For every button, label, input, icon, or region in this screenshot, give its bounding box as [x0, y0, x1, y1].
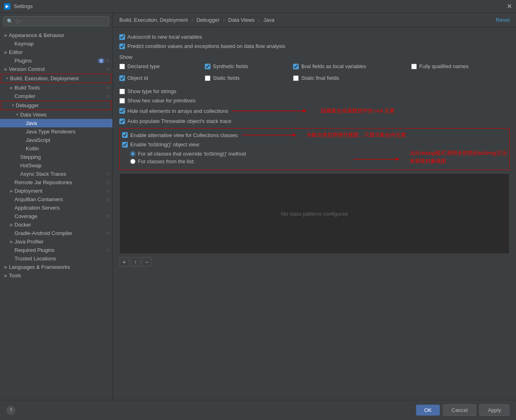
autoscroll-label[interactable]: Autoscroll to new local variables [127, 34, 202, 40]
synthetic-fields-checkbox[interactable] [205, 64, 210, 69]
sidebar-item-required-plugins[interactable]: Required Plugins ⧉ [0, 246, 112, 254]
declared-type-checkbox[interactable] [119, 64, 125, 69]
sidebar-item-label: Application Servers [15, 205, 109, 211]
sidebar-item-gradle-android[interactable]: Gradle-Android Compiler ⧉ [0, 229, 112, 237]
sidebar-item-label: HotSwap [20, 162, 109, 168]
sval-fields-checkbox[interactable] [293, 64, 299, 69]
breadcrumb-item: Data Views [228, 17, 255, 23]
sval-fields-row: $val fields as local variables [293, 63, 407, 69]
sidebar-item-label: Java [26, 120, 109, 126]
auto-populate-label[interactable]: Auto populate Throwable object's stack t… [127, 118, 231, 124]
enable-alt-view-checkbox[interactable] [122, 132, 128, 138]
static-fields-checkbox[interactable] [205, 75, 210, 81]
hide-null-label[interactable]: Hide null elements in arrays and collect… [127, 108, 228, 114]
sidebar-item-label: Docker [15, 222, 109, 228]
sidebar-item-keymap[interactable]: Keymap [0, 40, 112, 48]
enable-tostring-checkbox[interactable] [122, 142, 128, 148]
sidebar-item-app-servers[interactable]: Application Servers [0, 204, 112, 212]
add-pattern-button[interactable]: + [119, 257, 129, 267]
static-final-fields-checkbox[interactable] [293, 75, 299, 81]
sidebar-item-java[interactable]: Java [0, 119, 112, 127]
expand-arrow: ▶ [3, 50, 9, 54]
sidebar-item-trusted-locations[interactable]: Trusted Locations [0, 254, 112, 263]
copy-icon: ⧉ [106, 171, 109, 177]
sidebar: 🔍 ▶ Appearance & Behavior Keymap ▶ Edito… [0, 13, 113, 400]
sidebar-item-label: Stepping [20, 154, 109, 160]
sidebar-item-compiler[interactable]: Compiler ⧉ [0, 92, 112, 100]
sidebar-item-appearance[interactable]: ▶ Appearance & Behavior [0, 31, 112, 40]
sidebar-item-label: Coverage [15, 213, 104, 219]
for-all-classes-radio[interactable] [130, 151, 135, 156]
enable-alt-view-label[interactable]: Enable alternative view for Collections … [130, 132, 238, 138]
enable-tostring-row: Enable 'toString()' object view: [122, 141, 200, 148]
sidebar-item-kotlin[interactable]: Kotlin [0, 144, 112, 153]
search-box[interactable]: 🔍 [3, 16, 109, 26]
ok-button[interactable]: OK [416, 405, 440, 416]
hide-null-checkbox[interactable] [119, 108, 125, 114]
static-fields-label[interactable]: Static fields [213, 75, 239, 81]
search-input[interactable] [15, 18, 106, 24]
sidebar-item-docker[interactable]: ▶ Docker [0, 220, 112, 229]
sidebar-item-build-exec-deploy[interactable]: ▼ Build, Execution, Deployment [1, 74, 112, 83]
for-all-classes-label[interactable]: For all classes that override 'toString(… [138, 151, 246, 157]
sidebar-item-label: Version Control [9, 66, 104, 72]
hide-null-row: Hide null elements in arrays and collect… [119, 108, 228, 114]
breadcrumb-separator: › [258, 17, 261, 23]
help-button[interactable]: ? [6, 406, 15, 415]
sidebar-item-label: Required Plugins [15, 247, 104, 253]
sidebar-item-debugger[interactable]: ▼ Debugger [1, 101, 112, 110]
sidebar-item-languages-frameworks[interactable]: ▶ Languages & Frameworks [0, 263, 112, 271]
show-type-strings-label[interactable]: Show type for strings [127, 88, 176, 94]
synthetic-fields-label[interactable]: Synthetic fields [213, 63, 248, 69]
breadcrumb-item: Debugger [196, 17, 219, 23]
cancel-button[interactable]: Cancel [443, 404, 476, 416]
sidebar-item-java-type-renderers[interactable]: Java Type Renderers [0, 127, 112, 136]
sidebar-item-async-stack-traces[interactable]: Async Stack Traces ⧉ [0, 170, 112, 178]
sidebar-item-hotswap[interactable]: HotSwap [0, 161, 112, 170]
fully-qualified-checkbox[interactable] [411, 64, 417, 69]
remove-pattern-button[interactable]: − [142, 257, 152, 267]
object-id-checkbox[interactable] [119, 75, 125, 81]
predict-label[interactable]: Predict condition values and exceptions … [127, 43, 285, 49]
for-classes-from-list-label[interactable]: For classes from the list: [138, 158, 195, 164]
predict-checkbox[interactable] [119, 44, 125, 49]
fully-qualified-label[interactable]: Fully qualified names [419, 63, 468, 69]
sidebar-item-coverage[interactable]: Coverage ⧉ [0, 212, 112, 220]
show-section-label: Show [119, 54, 510, 60]
auto-populate-checkbox[interactable] [119, 119, 125, 124]
predict-row: Predict condition values and exceptions … [119, 43, 510, 49]
sidebar-item-tools[interactable]: ▶ Tools [0, 271, 112, 280]
static-final-fields-label[interactable]: Static final fields [301, 75, 339, 81]
enable-tostring-label[interactable]: Enable 'toString()' object view: [130, 141, 200, 148]
close-button[interactable]: ✕ [507, 3, 512, 10]
sidebar-item-data-views[interactable]: ▼ Data Views [0, 110, 112, 119]
copy-icon: ⧉ [106, 231, 109, 236]
sidebar-item-deployment[interactable]: ▶ Deployment ⧉ [0, 187, 112, 195]
annotation-arrow-tostring [353, 151, 410, 167]
add-above-pattern-button[interactable]: ↑ [131, 257, 140, 267]
title-bar-text: Settings [14, 3, 33, 9]
reset-button[interactable]: Reset [496, 17, 510, 23]
annotation-hide-null-text: 隐藏集合或者数组中的 null 元素 [321, 107, 395, 114]
sidebar-item-label: Kotlin [26, 146, 109, 152]
sidebar-item-javascript[interactable]: JavaScript [0, 136, 112, 144]
autoscroll-checkbox[interactable] [119, 34, 125, 40]
breadcrumb: Build, Execution, Deployment › Debugger … [119, 17, 275, 23]
sidebar-item-remote-jar[interactable]: Remote Jar Repositories ⧉ [0, 178, 112, 187]
sidebar-item-editor[interactable]: ▶ Editor [0, 48, 112, 56]
declared-type-label[interactable]: Declared type [127, 63, 160, 69]
sidebar-item-version-control[interactable]: ▶ Version Control ⧉ [0, 65, 112, 73]
show-hex-label[interactable]: Show hex value for primitives [127, 98, 196, 104]
for-classes-from-list-radio[interactable] [130, 159, 135, 164]
sidebar-item-build-tools[interactable]: ▶ Build Tools ⧉ [0, 83, 112, 92]
expand-arrow: ▶ [3, 33, 9, 37]
sval-fields-label[interactable]: $val fields as local variables [301, 63, 366, 69]
show-hex-checkbox[interactable] [119, 98, 125, 104]
apply-button[interactable]: Apply [479, 404, 510, 416]
sidebar-item-plugins[interactable]: Plugins 8 ⧉ [0, 56, 112, 65]
show-type-strings-checkbox[interactable] [119, 89, 125, 94]
sidebar-item-arquillian[interactable]: Arquillian Containers ⧉ [0, 195, 112, 204]
sidebar-item-java-profiler[interactable]: ▶ Java Profiler [0, 237, 112, 246]
object-id-label[interactable]: Object id [127, 75, 148, 81]
sidebar-item-stepping[interactable]: Stepping [0, 153, 112, 161]
